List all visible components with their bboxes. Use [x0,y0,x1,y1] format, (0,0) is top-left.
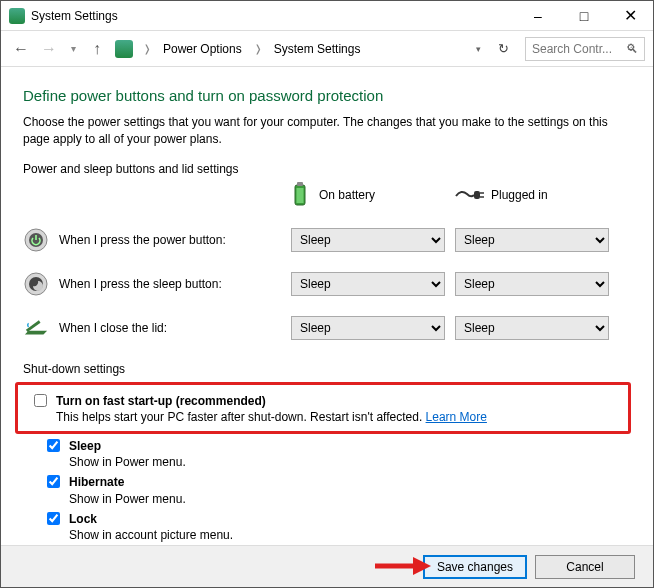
lock-checkbox[interactable] [47,512,60,525]
breadcrumb-power-options[interactable]: Power Options [159,42,246,56]
sleep-title: Sleep [69,439,101,453]
lock-sub: Show in account picture menu. [69,528,233,542]
sleep-button-battery-select[interactable]: Sleep [291,272,445,296]
fast-startup-title: Turn on fast start-up (recommended) [56,394,266,408]
titlebar: System Settings – □ ✕ [1,1,653,31]
option-hibernate: Hibernate Show in Power menu. [43,474,631,506]
recent-locations-dropdown[interactable]: ▾ [65,37,81,61]
plug-icon [455,188,481,202]
svg-rect-1 [297,182,303,186]
svg-rect-2 [297,188,304,203]
close-lid-plugged-select[interactable]: Sleep [455,316,609,340]
option-fast-startup: Turn on fast start-up (recommended) This… [30,393,620,425]
lock-title: Lock [69,512,97,526]
power-button-battery-select[interactable]: Sleep [291,228,445,252]
sleep-button-plugged-select[interactable]: Sleep [455,272,609,296]
minimize-button[interactable]: – [515,1,561,31]
row-close-lid-label: When I close the lid: [59,321,167,335]
close-button[interactable]: ✕ [607,1,653,31]
row-sleep-button-label: When I press the sleep button: [59,277,222,291]
search-icon: 🔍︎ [626,42,638,56]
cancel-button[interactable]: Cancel [535,555,635,579]
hibernate-sub: Show in Power menu. [69,492,186,506]
close-lid-battery-select[interactable]: Sleep [291,316,445,340]
close-lid-icon [23,315,49,341]
column-plugged-in-label: Plugged in [491,188,548,202]
footer: Save changes Cancel [1,545,653,587]
page-description: Choose the power settings that you want … [23,114,631,148]
fast-startup-checkbox[interactable] [34,394,47,407]
column-plugged-in: Plugged in [455,182,619,208]
power-button-plugged-select[interactable]: Sleep [455,228,609,252]
content: Define power buttons and turn on passwor… [1,67,653,545]
row-power-button-label: When I press the power button: [59,233,226,247]
breadcrumb-system-settings[interactable]: System Settings [270,42,365,56]
sleep-button-icon [23,271,49,297]
save-button[interactable]: Save changes [423,555,527,579]
sleep-sub: Show in Power menu. [69,455,186,469]
location-icon [115,40,133,58]
highlight-annotation: Turn on fast start-up (recommended) This… [15,382,631,434]
column-on-battery: On battery [291,182,455,208]
search-placeholder: Search Contr... [532,42,612,56]
row-sleep-button: When I press the sleep button: Sleep Sle… [23,262,631,306]
refresh-button[interactable]: ↻ [491,37,515,61]
section-buttons-label: Power and sleep buttons and lid settings [23,162,631,176]
back-button[interactable]: ← [9,37,33,61]
window-title: System Settings [31,9,515,23]
breadcrumb-sep-0[interactable]: ❭ [139,37,155,61]
page-title: Define power buttons and turn on passwor… [23,87,631,104]
hibernate-checkbox[interactable] [47,475,60,488]
learn-more-link[interactable]: Learn More [426,410,487,424]
maximize-button[interactable]: □ [561,1,607,31]
row-power-button: When I press the power button: Sleep Sle… [23,218,631,262]
column-headers: On battery Plugged in [23,182,631,208]
app-icon [9,8,25,24]
row-close-lid: When I close the lid: Sleep Sleep [23,306,631,350]
svg-rect-3 [474,191,480,199]
sleep-checkbox[interactable] [47,439,60,452]
breadcrumb-sep-1[interactable]: ❭ [250,37,266,61]
search-input[interactable]: Search Contr... 🔍︎ [525,37,645,61]
power-button-icon [23,227,49,253]
option-lock: Lock Show in account picture menu. [43,511,631,543]
option-sleep: Sleep Show in Power menu. [43,438,631,470]
section-shutdown-label: Shut-down settings [23,362,631,376]
hibernate-title: Hibernate [69,475,124,489]
navbar: ← → ▾ ↑ ❭ Power Options ❭ System Setting… [1,31,653,67]
up-button[interactable]: ↑ [85,37,109,61]
battery-icon [291,182,309,208]
fast-startup-sub: This helps start your PC faster after sh… [56,410,426,424]
address-dropdown[interactable]: ▾ [469,37,487,61]
forward-button[interactable]: → [37,37,61,61]
column-on-battery-label: On battery [319,188,375,202]
